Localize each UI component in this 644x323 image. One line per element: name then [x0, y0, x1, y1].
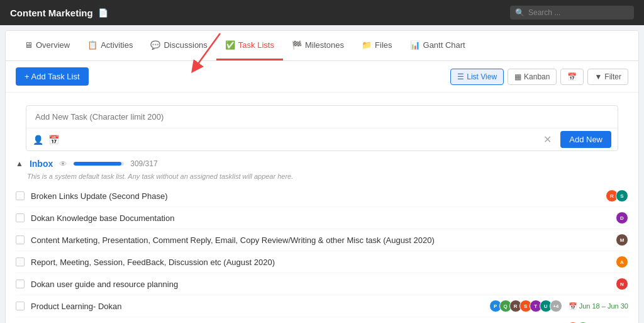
- tab-bar: 🖥 Overview 📋 Activities 💬 Discussions ✅ …: [6, 31, 638, 61]
- task-item: Content Marketing, Presentation, Comment…: [16, 229, 628, 251]
- task-item: Dokan user guide and resource planningN: [16, 273, 628, 295]
- user-icon[interactable]: 👤: [33, 135, 43, 145]
- search-icon: 🔍: [515, 8, 525, 17]
- date-text: Jun 18 – Jun 30: [579, 302, 628, 310]
- search-input[interactable]: [528, 8, 629, 17]
- inbox-toggle-icon[interactable]: ▲: [16, 159, 23, 168]
- task-avatars: D: [618, 212, 628, 224]
- calendar-icon: 📅: [567, 72, 577, 81]
- task-name: Report, Meeting, Session, FeedBack, Disc…: [31, 258, 612, 267]
- task-avatars: PQRSTU+4: [492, 300, 562, 312]
- progress-bar-background: [74, 162, 124, 166]
- main-panel: 🖥 Overview 📋 Activities 💬 Discussions ✅ …: [5, 30, 639, 323]
- overview-icon: 🖥: [25, 40, 33, 50]
- tab-milestones[interactable]: 🏁 Milestones: [283, 31, 353, 60]
- task-item: Report, Meeting, Session, FeedBack, Disc…: [16, 251, 628, 273]
- gantt-icon: 📊: [410, 40, 420, 50]
- task-avatars: A: [618, 256, 628, 268]
- avatar: A: [616, 256, 628, 268]
- clear-button[interactable]: ✕: [540, 132, 555, 147]
- task-avatars: RS: [608, 190, 628, 202]
- avatar: D: [616, 212, 628, 224]
- task-name: Broken Links Update (Second Phase): [31, 191, 602, 201]
- avatar: M: [616, 234, 628, 246]
- add-task-section: 👤 📅 ✕ Add New: [6, 93, 638, 151]
- task-item: Product Learning- DokanPQRSTU+4📅 Jun 18 …: [16, 295, 628, 317]
- calendar-small-icon[interactable]: 📅: [48, 135, 59, 145]
- inbox-count: 309/317: [130, 159, 157, 168]
- task-list: Broken Links Update (Second Phase)RSDoka…: [16, 185, 628, 323]
- add-task-controls-right: ✕ Add New: [540, 131, 611, 148]
- task-item: Ebook and test blogsEB📅 Dec 31: [16, 317, 628, 323]
- task-content: ▲ Inbox 👁 309/317 This is a system defau…: [6, 151, 638, 323]
- kanban-button[interactable]: ▦ Kanban: [508, 69, 557, 85]
- calendar-button[interactable]: 📅: [560, 69, 584, 85]
- kanban-icon: ▦: [514, 72, 521, 81]
- milestones-icon: 🏁: [292, 40, 302, 50]
- task-checkbox[interactable]: [16, 213, 25, 222]
- task-checkbox[interactable]: [16, 191, 25, 200]
- add-new-button[interactable]: Add New: [560, 131, 611, 148]
- task-name: Product Learning- Dokan: [31, 302, 486, 311]
- toolbar: + Add Task List ☰ List View ▦ Kanban 📅 ▼…: [6, 61, 638, 93]
- inbox-progress: [74, 162, 124, 166]
- task-item: Broken Links Update (Second Phase)RS: [16, 185, 628, 207]
- task-name: Dokan Knowledge base Documentation: [31, 213, 612, 223]
- eye-icon[interactable]: 👁: [59, 159, 67, 169]
- task-item: Dokan Knowledge base DocumentationD: [16, 207, 628, 229]
- search-bar: 🔍: [510, 6, 634, 20]
- tab-discussions[interactable]: 💬 Discussions: [142, 31, 216, 60]
- task-checkbox[interactable]: [16, 302, 25, 310]
- filter-button[interactable]: ▼ Filter: [587, 69, 628, 85]
- discussions-icon: 💬: [150, 40, 160, 50]
- task-name: Content Marketing, Presentation, Comment…: [31, 235, 612, 245]
- avatar-more: +4: [550, 300, 562, 312]
- tab-gantt[interactable]: 📊 Gantt Chart: [401, 31, 474, 60]
- inbox-label: Inbox: [30, 159, 53, 169]
- tab-overview[interactable]: 🖥 Overview: [16, 31, 79, 60]
- task-checkbox[interactable]: [16, 258, 25, 266]
- view-controls: ☰ List View ▦ Kanban 📅 ▼ Filter: [450, 69, 628, 85]
- task-name: Dokan user guide and resource planning: [31, 280, 612, 289]
- tasklists-icon: ✅: [225, 40, 235, 50]
- progress-bar-fill: [74, 162, 121, 166]
- task-checkbox[interactable]: [16, 235, 25, 244]
- calendar-icon: 📅: [569, 302, 577, 310]
- inbox-description: This is a system default task list. Any …: [16, 171, 628, 185]
- list-view-icon: ☰: [457, 72, 464, 81]
- task-avatars: M: [618, 234, 628, 246]
- add-task-input[interactable]: [26, 106, 618, 128]
- activities-icon: 📋: [87, 40, 97, 50]
- tab-files[interactable]: 📁 Files: [353, 31, 401, 60]
- topbar: Content Marketing 📄 🔍: [0, 0, 644, 25]
- task-date: 📅 Jun 18 – Jun 30: [569, 302, 628, 310]
- add-tasklist-button[interactable]: + Add Task List: [16, 67, 89, 86]
- doc-icon: 📄: [98, 8, 108, 18]
- page-title: Content Marketing: [10, 8, 93, 18]
- tab-tasklists[interactable]: ✅ Task Lists: [216, 31, 283, 60]
- add-task-input-area: 👤 📅 ✕ Add New: [26, 105, 618, 151]
- add-task-row2: 👤 📅 ✕ Add New: [26, 128, 618, 150]
- task-checkbox[interactable]: [16, 280, 25, 288]
- list-view-button[interactable]: ☰ List View: [450, 69, 504, 85]
- inbox-header: ▲ Inbox 👁 309/317: [16, 151, 628, 171]
- avatar: S: [616, 190, 628, 202]
- add-task-controls-left: 👤 📅: [33, 135, 59, 145]
- files-icon: 📁: [362, 40, 372, 50]
- avatar: N: [616, 278, 628, 290]
- tab-activities[interactable]: 📋 Activities: [79, 31, 142, 60]
- filter-icon: ▼: [594, 72, 602, 81]
- task-avatars: N: [618, 278, 628, 290]
